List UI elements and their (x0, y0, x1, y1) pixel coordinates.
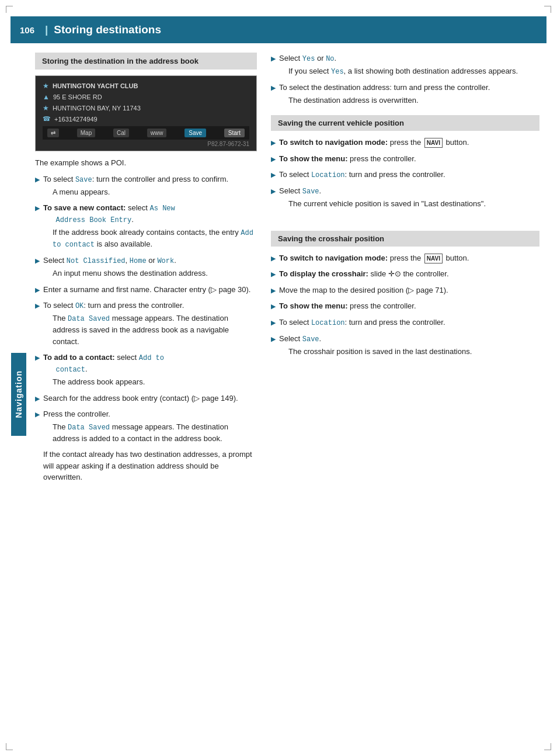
left-section-title: Storing the destination in the address b… (35, 53, 257, 70)
list-item: ▶ Select Yes or No. If you select Yes, a… (271, 53, 539, 77)
bold-label: To show the menu: (279, 154, 347, 163)
page-number: 106 (20, 25, 34, 35)
device-caption: P82.87-9672-31 (43, 141, 249, 147)
bullet-arrow: ▶ (271, 301, 276, 311)
right-column: ▶ Select Yes or No. If you select Yes, a… (271, 53, 539, 488)
bullet-text: Select Not Classified, Home or Work. An … (43, 255, 257, 279)
device-btn-www: www (147, 129, 167, 137)
bold-label: To save a new contact: (43, 203, 126, 212)
mono-ref: Yes (331, 68, 344, 76)
bold-label: To show the menu: (279, 301, 347, 310)
bullet-text: To select Save: turn the controller and … (43, 174, 257, 198)
list-item: ▶ To switch to navigation mode: press th… (271, 137, 539, 148)
vehicle-position-bullets: ▶ To switch to navigation mode: press th… (271, 137, 539, 210)
list-item: ▶ To show the menu: press the controller… (271, 153, 539, 165)
mono-ref: Yes (302, 55, 315, 63)
bullet-arrow: ▶ (271, 138, 276, 148)
right-top-bullets: ▶ Select Yes or No. If you select Yes, a… (271, 53, 539, 106)
bullet-arrow: ▶ (271, 154, 276, 164)
bold-label: To switch to navigation mode: (279, 138, 388, 147)
device-btn-save: Save (184, 129, 206, 137)
bullet-arrow: ▶ (271, 334, 276, 344)
bullet-text: To show the menu: press the controller. (279, 300, 539, 312)
section-box-vehicle: Saving the current vehicle position (271, 115, 539, 131)
bullet-text: To select the destination address: turn … (279, 82, 539, 106)
bullet-text: To switch to navigation mode: press the … (279, 137, 539, 148)
navi-box: NAVI (424, 138, 443, 148)
list-item: ▶ Press the controller. The Data Saved m… (35, 408, 257, 444)
bullet-text: To save a new contact: select As New Add… (43, 202, 257, 250)
device-row-1: ★ HUNTINGTON YACHT CLUB (43, 82, 249, 90)
bullet-arrow: ▶ (271, 254, 276, 263)
bullet-text: Select Yes or No. If you select Yes, a l… (279, 53, 539, 77)
mono-ref: OK (75, 302, 83, 310)
left-bullet-list: ▶ To select Save: turn the controller an… (35, 174, 257, 483)
device-row-4: ☎ +16314274949 (43, 115, 249, 123)
device-text-1: HUNTINGTON YACHT CLUB (53, 82, 138, 89)
crosshair-bullets: ▶ To switch to navigation mode: press th… (271, 252, 539, 358)
continuation: The Data Saved message appears. The dest… (53, 313, 257, 347)
mono-ref: Location (311, 171, 345, 179)
list-item: ▶ To select the destination address: tur… (271, 82, 539, 106)
page-title: Storing destinations (54, 23, 161, 36)
side-nav-wrapper: Navigation (11, 43, 27, 745)
bullet-arrow: ▶ (271, 286, 276, 296)
list-item: ▶ Select Not Classified, Home or Work. A… (35, 255, 257, 279)
left-column: Storing the destination in the address b… (35, 53, 257, 488)
star-icon-2: ★ (43, 104, 49, 112)
continuation: The destination address is overwritten. (288, 95, 539, 106)
bullet-arrow: ▶ (35, 353, 40, 363)
mono-ref: Save (302, 335, 319, 344)
mono-ref: Add to contact (53, 229, 253, 249)
bullet-text: To switch to navigation mode: press the … (279, 252, 539, 264)
bullet-text: To select Location: turn and press the c… (279, 169, 539, 181)
list-item: ▶ To select Save: turn the controller an… (35, 174, 257, 198)
list-item: ▶ To save a new contact: select As New A… (35, 202, 257, 250)
corner-mark-tr (544, 6, 551, 13)
bullet-text: Select Save. The crosshair position is s… (279, 333, 539, 358)
bullet-text: To display the crosshair: slide ✛⊙ the c… (279, 268, 539, 280)
bullet-arrow: ▶ (35, 285, 40, 295)
mono-ref: Work (157, 257, 174, 265)
content-area: Storing the destination in the address b… (35, 53, 539, 488)
continuation: A menu appears. (53, 186, 257, 198)
mono-ref: Data Saved (68, 315, 110, 323)
mono-ref: Location (311, 319, 345, 327)
device-btn-call: Cal (113, 129, 129, 137)
list-item: ▶ To show the menu: press the controller… (271, 300, 539, 312)
side-nav-block: Navigation (11, 353, 26, 436)
continuation: The Data Saved message appears. The dest… (53, 421, 257, 445)
star-icon-1: ★ (43, 82, 49, 90)
bullet-arrow: ▶ (35, 301, 40, 311)
list-item: ▶ To add to a contact: select Add to con… (35, 352, 257, 388)
bullet-arrow: ▶ (35, 256, 40, 266)
bullet-arrow: ▶ (271, 318, 276, 328)
navi-box: NAVI (424, 254, 443, 263)
bullet-text: Enter a surname and first name. Characte… (43, 284, 257, 296)
device-text-4: +16314274949 (54, 116, 98, 123)
mono-ref: Home (130, 257, 147, 265)
mono-ref: Save (302, 188, 319, 196)
bold-label: To display the crosshair: (279, 269, 368, 278)
device-row-3: ★ HUNTINGTON BAY, NY 11743 (43, 104, 249, 112)
device-bottom-bar: ⇄ Map Cal www Save Start (43, 126, 249, 140)
bullet-text: To show the menu: press the controller. (279, 153, 539, 165)
bullet-arrow: ▶ (271, 170, 276, 180)
bullet-text: To select OK: turn and press the control… (43, 300, 257, 347)
bullet-arrow: ▶ (35, 410, 40, 419)
continuation: An input menu shows the destination addr… (53, 268, 257, 279)
bullet-arrow: ▶ (271, 269, 276, 279)
bullet-arrow: ▶ (271, 54, 276, 64)
triangle-icon: ▲ (43, 93, 50, 101)
corner-mark-br (544, 743, 551, 750)
bold-label: To add to a contact: (43, 353, 115, 362)
section-spacer (271, 219, 539, 231)
device-text-2: 95 E SHORE RD (53, 93, 102, 100)
device-btn-transfer: ⇄ (47, 129, 59, 137)
bullet-text: Move the map to the desired position (▷ … (279, 285, 539, 296)
device-btn-start: Start (224, 129, 245, 137)
list-item: ▶ To select OK: turn and press the contr… (35, 300, 257, 347)
bullet-text: To select Location: turn and press the c… (279, 317, 539, 328)
list-item: ▶ Enter a surname and first name. Charac… (35, 284, 257, 296)
save-ref: Save (75, 176, 92, 184)
